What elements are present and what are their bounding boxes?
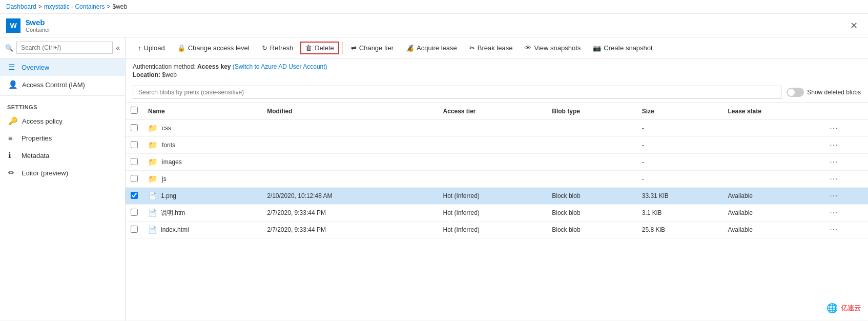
breadcrumb-dashboard[interactable]: Dashboard	[6, 3, 36, 10]
search-input[interactable]	[16, 42, 113, 54]
row-checkbox-cell[interactable]	[126, 137, 143, 154]
change-tier-button[interactable]: ⇌ Change tier	[346, 42, 399, 54]
row-checkbox-cell[interactable]	[126, 120, 143, 137]
create-snapshot-button[interactable]: 📷 Create snapshot	[588, 42, 657, 54]
row-modified: 2/7/2020, 9:33:44 PM	[262, 205, 438, 222]
row-lease-state	[723, 171, 825, 188]
sidebar-item-label: Access policy	[22, 117, 63, 125]
row-more-actions[interactable]: ···	[824, 120, 868, 137]
acquire-lease-button[interactable]: 🔏 Acquire lease	[401, 42, 462, 54]
show-deleted-label: Show deleted blobs	[807, 89, 861, 96]
sidebar-item-access-control[interactable]: 👤 Access Control (IAM)	[0, 76, 125, 93]
breadcrumb-sep1: >	[38, 3, 42, 10]
sidebar-item-editor[interactable]: ✏ Editor (preview)	[0, 164, 125, 182]
window-icon-letter: W	[10, 22, 16, 30]
table-row[interactable]: 📁 fonts - ···	[126, 137, 868, 154]
row-more-actions[interactable]: ···	[824, 154, 868, 171]
table-row[interactable]: 📁 js - ···	[126, 171, 868, 188]
row-more-actions[interactable]: ···	[824, 171, 868, 188]
breadcrumb-containers[interactable]: mxystatic - Containers	[44, 3, 105, 10]
table-row[interactable]: 📄 index.html 2/7/2020, 9:33:44 PM Hot (I…	[126, 222, 868, 238]
more-actions-button[interactable]: ···	[830, 174, 838, 183]
row-modified: 2/7/2020, 9:33:44 PM	[262, 222, 438, 238]
row-name[interactable]: 📄 说明.htm	[143, 205, 262, 222]
row-checkbox[interactable]	[131, 192, 138, 199]
row-name[interactable]: 📁 js	[143, 171, 262, 188]
table-row[interactable]: 📁 images - ···	[126, 154, 868, 171]
col-name[interactable]: Name	[143, 103, 262, 120]
col-modified[interactable]: Modified	[262, 103, 438, 120]
row-checkbox-cell[interactable]	[126, 188, 143, 205]
view-snapshots-button[interactable]: 👁 View snapshots	[520, 42, 586, 54]
switch-auth-link[interactable]: (Switch to Azure AD User Account)	[233, 63, 327, 70]
tier-icon: ⇌	[351, 44, 357, 52]
delete-button[interactable]: 🗑 Delete	[300, 42, 339, 54]
row-size: -	[637, 120, 723, 137]
toolbar: ↑ Upload 🔒 Change access level ↻ Refresh…	[126, 37, 868, 59]
sidebar-item-access-policy[interactable]: 🔑 Access policy	[0, 112, 125, 130]
row-checkbox[interactable]	[131, 226, 138, 233]
sidebar-search-bar: 🔍 «	[0, 37, 125, 58]
upload-icon: ↑	[138, 44, 141, 52]
row-more-actions[interactable]: ···	[824, 137, 868, 154]
sidebar-item-overview[interactable]: ☰ Overview	[0, 58, 125, 76]
folder-icon: 📁	[148, 157, 158, 167]
upload-label: Upload	[144, 44, 165, 52]
breadcrumb: Dashboard > mxystatic - Containers > $we…	[0, 0, 868, 14]
view-snapshots-icon: 👁	[525, 44, 531, 52]
sidebar-item-properties[interactable]: ≡ Properties	[0, 130, 125, 147]
row-access-tier	[438, 120, 547, 137]
file-icon: 📄	[148, 192, 157, 200]
row-name[interactable]: 📁 fonts	[143, 137, 262, 154]
close-button[interactable]: ✕	[846, 18, 862, 33]
row-access-tier	[438, 171, 547, 188]
row-checkbox-cell[interactable]	[126, 171, 143, 188]
more-actions-button[interactable]: ···	[830, 225, 838, 234]
editor-icon: ✏	[8, 168, 17, 177]
upload-button[interactable]: ↑ Upload	[133, 42, 170, 54]
row-size: -	[637, 154, 723, 171]
table-row[interactable]: 📄 1.png 2/10/2020, 10:12:48 AM Hot (Infe…	[126, 188, 868, 205]
row-more-actions[interactable]: ···	[824, 205, 868, 222]
row-checkbox[interactable]	[131, 175, 138, 182]
refresh-label: Refresh	[270, 44, 294, 52]
more-actions-button[interactable]: ···	[830, 124, 838, 132]
toggle-slider	[787, 88, 804, 97]
more-actions-button[interactable]: ···	[830, 191, 838, 200]
col-lease-state[interactable]: Lease state	[723, 103, 825, 120]
more-actions-button[interactable]: ···	[830, 208, 838, 217]
refresh-button[interactable]: ↻ Refresh	[257, 42, 299, 54]
auth-method-label: Authentication method:	[133, 63, 196, 70]
row-more-actions[interactable]: ···	[824, 222, 868, 238]
collapse-sidebar-button[interactable]: «	[116, 44, 120, 52]
row-name[interactable]: 📄 1.png	[143, 188, 262, 205]
table-row[interactable]: 📄 说明.htm 2/7/2020, 9:33:44 PM Hot (Infer…	[126, 205, 868, 222]
change-access-level-button[interactable]: 🔒 Change access level	[172, 42, 255, 54]
row-blob-type	[547, 171, 637, 188]
more-actions-button[interactable]: ···	[830, 157, 838, 166]
row-checkbox[interactable]	[131, 209, 138, 216]
row-more-actions[interactable]: ···	[824, 188, 868, 205]
col-blob-type[interactable]: Blob type	[547, 103, 637, 120]
row-checkbox-cell[interactable]	[126, 205, 143, 222]
break-lease-button[interactable]: ✂ Break lease	[464, 42, 518, 54]
select-all-checkbox[interactable]	[131, 107, 138, 114]
overview-icon: ☰	[8, 63, 17, 72]
row-checkbox-cell[interactable]	[126, 222, 143, 238]
table-row[interactable]: 📁 css - ···	[126, 120, 868, 137]
show-deleted-toggle[interactable]	[787, 88, 804, 97]
row-name[interactable]: 📁 images	[143, 154, 262, 171]
row-checkbox-cell[interactable]	[126, 154, 143, 171]
row-checkbox[interactable]	[131, 124, 138, 131]
row-blob-type: Block blob	[547, 188, 637, 205]
blob-search-input[interactable]	[133, 86, 781, 99]
row-checkbox[interactable]	[131, 158, 138, 165]
sidebar-item-metadata[interactable]: ℹ Metadata	[0, 147, 125, 164]
col-size[interactable]: Size	[637, 103, 723, 120]
row-checkbox[interactable]	[131, 141, 138, 148]
row-name[interactable]: 📄 index.html	[143, 222, 262, 238]
col-access-tier[interactable]: Access tier	[438, 103, 547, 120]
more-actions-button[interactable]: ···	[830, 141, 838, 149]
row-name[interactable]: 📁 css	[143, 120, 262, 137]
row-name-text: images	[162, 158, 182, 166]
